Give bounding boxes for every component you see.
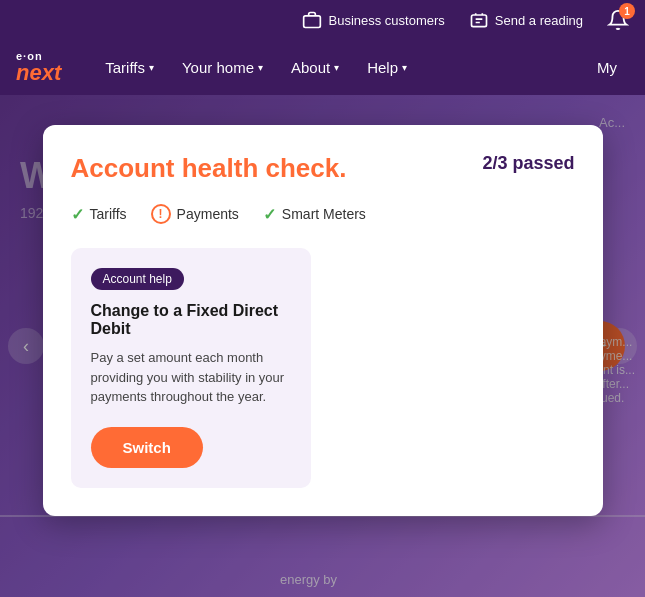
svg-rect-0 — [304, 16, 321, 28]
recommendation-description: Pay a set amount each month providing yo… — [91, 348, 291, 407]
your-home-chevron-icon: ▾ — [258, 62, 263, 73]
nav-your-home[interactable]: Your home ▾ — [170, 51, 275, 84]
tariffs-pass-icon: ✓ — [71, 205, 84, 224]
recommendation-card: Account help Change to a Fixed Direct De… — [71, 248, 311, 488]
check-smart-meters: ✓ Smart Meters — [263, 205, 366, 224]
health-check-title: Account health check. — [71, 153, 347, 184]
nav-my[interactable]: My — [585, 51, 629, 84]
help-label: Help — [367, 59, 398, 76]
nav-help[interactable]: Help ▾ — [355, 51, 419, 84]
eon-next-logo[interactable]: e·on next — [16, 51, 61, 84]
notification-count: 1 — [619, 3, 635, 19]
send-reading-label: Send a reading — [495, 13, 583, 28]
switch-button[interactable]: Switch — [91, 427, 203, 468]
check-tariffs-label: Tariffs — [90, 206, 127, 222]
nav-about[interactable]: About ▾ — [279, 51, 351, 84]
about-label: About — [291, 59, 330, 76]
health-check-score: 2/3 passed — [482, 153, 574, 174]
nav-items: Tariffs ▾ Your home ▾ About ▾ Help ▾ My — [93, 51, 629, 84]
utility-bar: Business customers Send a reading 1 — [0, 0, 645, 40]
meter-icon — [469, 10, 489, 30]
health-check-card: Account health check. 2/3 passed ✓ Tarif… — [43, 125, 603, 516]
recommendation-title: Change to a Fixed Direct Debit — [91, 302, 291, 338]
logo-next-text: next — [16, 62, 61, 84]
page-background: Wo... 192 G... Ac... ‹ › + t paym... pay… — [0, 95, 645, 597]
check-smart-meters-label: Smart Meters — [282, 206, 366, 222]
notification-bell[interactable]: 1 — [607, 9, 629, 31]
payments-warn-icon: ! — [151, 204, 171, 224]
health-checks-list: ✓ Tariffs ! Payments ✓ Smart Meters — [71, 204, 575, 224]
my-label: My — [597, 59, 617, 76]
business-customers-link[interactable]: Business customers — [302, 10, 444, 30]
nav-bar: e·on next Tariffs ▾ Your home ▾ About ▾ … — [0, 40, 645, 95]
check-tariffs: ✓ Tariffs — [71, 205, 127, 224]
about-chevron-icon: ▾ — [334, 62, 339, 73]
help-chevron-icon: ▾ — [402, 62, 407, 73]
your-home-label: Your home — [182, 59, 254, 76]
tariffs-chevron-icon: ▾ — [149, 62, 154, 73]
svg-rect-1 — [471, 15, 486, 27]
briefcase-icon — [302, 10, 322, 30]
check-payments: ! Payments — [151, 204, 239, 224]
smart-meters-pass-icon: ✓ — [263, 205, 276, 224]
nav-tariffs[interactable]: Tariffs ▾ — [93, 51, 166, 84]
account-help-badge: Account help — [91, 268, 184, 290]
modal-overlay: Account health check. 2/3 passed ✓ Tarif… — [0, 95, 645, 597]
send-reading-link[interactable]: Send a reading — [469, 10, 583, 30]
health-check-header: Account health check. 2/3 passed — [71, 153, 575, 184]
business-customers-label: Business customers — [328, 13, 444, 28]
tariffs-label: Tariffs — [105, 59, 145, 76]
check-payments-label: Payments — [177, 206, 239, 222]
